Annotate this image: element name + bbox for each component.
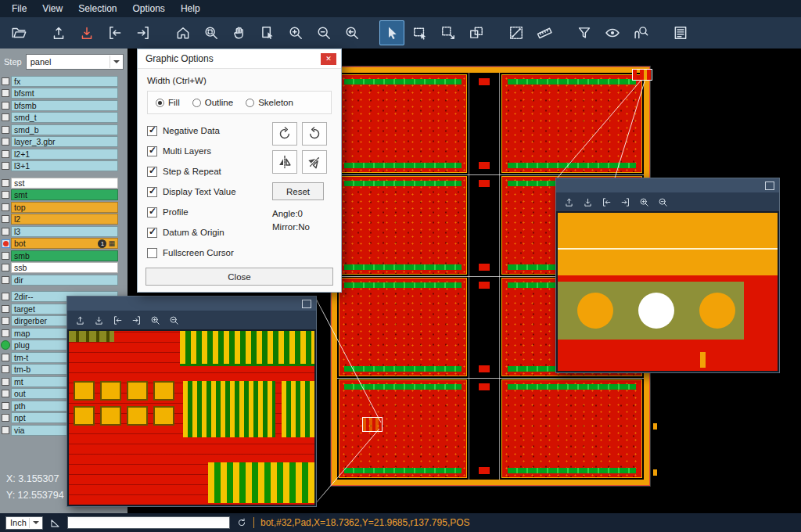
close-icon[interactable]: [321, 53, 336, 65]
load-down-button[interactable]: [94, 315, 104, 325]
layer-row[interactable]: smb: [0, 250, 128, 262]
unit-select[interactable]: Inch: [5, 516, 43, 530]
snap-corner-icon[interactable]: [49, 517, 61, 529]
layer-row[interactable]: l2+1: [0, 148, 128, 160]
dialog-titlebar[interactable]: Graphic Options: [138, 49, 341, 69]
load-left-button[interactable]: [602, 197, 612, 207]
home-view-button[interactable]: [171, 20, 196, 45]
layer-row[interactable]: sst: [0, 177, 128, 189]
layer-visibility-checkbox[interactable]: [2, 228, 9, 235]
menu-help[interactable]: Help: [174, 2, 207, 16]
checkbox-profile[interactable]: Profile: [147, 202, 272, 222]
zoom-area-button[interactable]: [199, 20, 224, 45]
layer-visibility-checkbox[interactable]: [2, 150, 9, 158]
pcb-board-instance[interactable]: [339, 379, 467, 478]
command-input[interactable]: [67, 516, 230, 529]
magnifier-window-left[interactable]: [66, 296, 317, 507]
flip-horizontal-button[interactable]: [272, 150, 297, 174]
zoom-in-button[interactable]: [283, 20, 308, 45]
layer-visibility-checkbox[interactable]: [2, 378, 9, 386]
rotate-ccw-button[interactable]: [302, 122, 327, 146]
load-up-button[interactable]: [46, 20, 71, 45]
layer-visibility-checkbox[interactable]: [2, 179, 9, 187]
net-highlight-button[interactable]: [628, 20, 653, 45]
layer-visibility-checkbox[interactable]: [2, 102, 9, 110]
checkbox-icon[interactable]: [147, 187, 157, 197]
checkbox-icon[interactable]: [147, 228, 157, 238]
layer-row[interactable]: top: [0, 201, 128, 214]
step-select[interactable]: panel: [26, 54, 124, 70]
layer-visibility-checkbox[interactable]: [2, 305, 9, 313]
zoom-previous-button[interactable]: [339, 20, 365, 45]
load-up-button[interactable]: [564, 197, 574, 207]
layer-visibility-checkbox[interactable]: [2, 414, 9, 422]
checkbox-icon[interactable]: [147, 126, 157, 136]
overlay-compare-button[interactable]: [464, 20, 489, 45]
layer-visibility-checkbox[interactable]: [2, 264, 9, 271]
zoom-source-selection[interactable]: [362, 417, 383, 432]
layer-visibility-checkbox[interactable]: [2, 113, 9, 121]
refresh-icon[interactable]: [236, 517, 247, 528]
layer-row[interactable]: bfsmb: [0, 99, 128, 112]
layer-visibility-checkbox[interactable]: [2, 162, 9, 170]
report-list-button[interactable]: [668, 20, 693, 45]
load-down-button[interactable]: [583, 197, 593, 207]
load-down-button[interactable]: [74, 20, 99, 45]
layer-visibility-checkbox[interactable]: [2, 203, 9, 211]
checkbox-icon[interactable]: [147, 207, 157, 217]
layer-row[interactable]: smd_t: [0, 112, 128, 124]
layer-row[interactable]: dir: [0, 274, 128, 286]
window-button[interactable]: [765, 182, 774, 190]
load-right-button[interactable]: [131, 20, 156, 45]
flip-diagonal-button[interactable]: [302, 150, 327, 174]
pcb-board-instance[interactable]: [339, 278, 467, 376]
layer-visibility-checkbox[interactable]: [2, 276, 9, 284]
layer-visibility-checkbox[interactable]: [2, 191, 9, 199]
layer-visibility-checkbox[interactable]: [2, 329, 9, 337]
layer-visibility-checkbox[interactable]: [2, 354, 9, 361]
layer-visibility-checkbox[interactable]: [2, 89, 9, 97]
zoom-source-marker[interactable]: [632, 69, 652, 81]
radio-fill[interactable]: Fill: [156, 98, 180, 107]
layer-row[interactable]: smt: [0, 189, 128, 202]
layer-visibility-checkbox[interactable]: [2, 138, 9, 146]
layer-row[interactable]: ssb: [0, 262, 128, 275]
menu-file[interactable]: File: [5, 2, 34, 16]
magnifier-titlebar[interactable]: [67, 297, 316, 311]
menu-view[interactable]: View: [35, 2, 70, 16]
zoom-out-button[interactable]: [311, 20, 336, 45]
checkbox-fullscreen-cursor[interactable]: Fullscreen Cursor: [147, 243, 272, 263]
load-left-button[interactable]: [102, 20, 128, 45]
pcb-board-instance[interactable]: [339, 74, 467, 173]
zoom-in-button[interactable]: [150, 315, 160, 325]
layer-visibility-checkbox[interactable]: [2, 317, 9, 325]
layer-visibility-checkbox[interactable]: [2, 215, 9, 223]
pcb-board-instance[interactable]: [501, 74, 642, 173]
magnifier-window-right[interactable]: [555, 178, 780, 373]
menu-options[interactable]: Options: [126, 2, 172, 16]
layer-visibility-checkbox[interactable]: [2, 293, 9, 300]
radio-outline[interactable]: Outline: [192, 98, 233, 107]
layer-row[interactable]: layer_3.gbr: [0, 136, 128, 149]
layer-row[interactable]: l3: [0, 225, 128, 238]
zoom-out-button[interactable]: [658, 197, 668, 207]
checkbox-icon[interactable]: [147, 167, 157, 177]
layer-visibility-checkbox[interactable]: [2, 365, 9, 373]
layer-row[interactable]: bfsmt: [0, 88, 128, 100]
measure-diagonal-button[interactable]: [504, 20, 529, 45]
checkbox-icon[interactable]: [147, 248, 157, 258]
window-button[interactable]: [302, 300, 311, 308]
measure-ruler-button[interactable]: [532, 20, 557, 45]
layer-visibility-checkbox[interactable]: [2, 126, 9, 134]
layer-row[interactable]: l3+1: [0, 160, 128, 173]
load-right-button[interactable]: [131, 315, 142, 325]
transform-select-button[interactable]: [436, 20, 461, 45]
layer-row[interactable]: smd_b: [0, 124, 128, 136]
zoom-in-button[interactable]: [639, 197, 649, 207]
close-button[interactable]: Close: [145, 268, 333, 286]
menu-selection[interactable]: Selection: [71, 2, 124, 16]
checkbox-step-repeat[interactable]: Step & Repeat: [147, 161, 272, 182]
radio-skeleton[interactable]: Skeleton: [246, 98, 293, 107]
open-file-button[interactable]: [6, 20, 31, 45]
pcb-board-instance[interactable]: [339, 176, 467, 275]
